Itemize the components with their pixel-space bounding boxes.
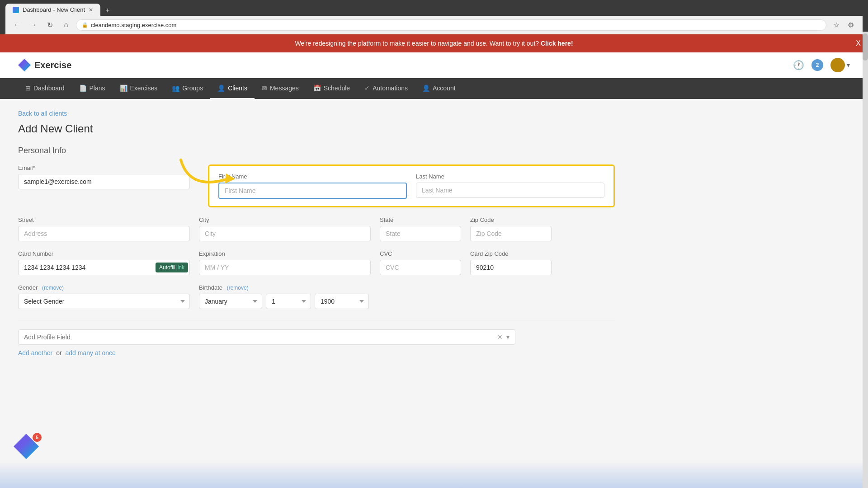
name-fields-highlight-box: First Name Last Name [208, 164, 615, 207]
banner-close-button[interactable]: X [856, 39, 861, 47]
gender-select[interactable]: Select Gender Male Female Other [18, 294, 190, 309]
banner-message: We're redesigning the platform to make i… [295, 40, 539, 47]
svg-point-1 [832, 67, 843, 72]
gender-group: Gender (remove) Select Gender Male Femal… [18, 284, 190, 309]
nav-item-groups[interactable]: 👥 Groups [165, 78, 210, 99]
birthdate-day-select[interactable]: 1 [266, 294, 311, 309]
add-another-link[interactable]: Add another [18, 349, 52, 357]
nav-label-dashboard: Dashboard [33, 84, 65, 92]
first-name-label: First Name [218, 173, 407, 180]
state-input[interactable] [380, 226, 461, 241]
state-group: State [380, 216, 461, 241]
avatar-chevron-icon: ▾ [847, 61, 850, 69]
profile-field-dropdown-icon[interactable]: ▾ [506, 333, 509, 341]
first-name-input[interactable] [218, 183, 407, 199]
street-input[interactable] [18, 226, 190, 241]
nav-label-schedule: Schedule [324, 84, 350, 92]
address-lock-icon: 🔒 [82, 22, 88, 28]
browser-toolbar: ← → ↻ ⌂ 🔒 cleandemo.staging.exercise.com… [5, 16, 863, 34]
autofill-button[interactable]: Autofill link [156, 263, 188, 272]
browser-tab-active[interactable]: Dashboard - New Client ✕ [5, 4, 100, 16]
back-to-clients-link[interactable]: Back to all clients [18, 110, 615, 117]
email-input[interactable] [18, 174, 190, 189]
account-icon: 👤 [422, 84, 430, 92]
add-many-link[interactable]: add many at once [66, 349, 116, 357]
schedule-icon: 📅 [313, 84, 321, 92]
profile-field-clear-icon[interactable]: ✕ [497, 333, 503, 341]
birthdate-remove-link[interactable]: (remove) [227, 285, 249, 291]
forward-button[interactable]: → [27, 19, 40, 31]
banner-link[interactable]: Click here! [541, 40, 573, 47]
nav-item-clients[interactable]: 👤 Clients [210, 78, 255, 99]
scrollbar-thumb[interactable] [863, 33, 868, 61]
nav-item-schedule[interactable]: 📅 Schedule [306, 78, 357, 99]
clock-icon[interactable]: 🕐 [793, 60, 804, 70]
user-avatar-container[interactable]: ▾ [830, 58, 850, 72]
address-row: Street City State Zip Code [18, 216, 615, 241]
nav-item-plans[interactable]: 📄 Plans [72, 78, 113, 99]
nav-label-messages: Messages [270, 84, 299, 92]
nav-label-automations: Automations [373, 84, 408, 92]
card-zip-input[interactable] [470, 260, 552, 275]
cvc-input[interactable] [380, 260, 461, 275]
first-name-group: First Name [218, 173, 407, 199]
birthdate-year-select[interactable]: 1900 [315, 294, 369, 309]
nav-label-exercises: Exercises [130, 84, 158, 92]
street-label: Street [18, 216, 190, 223]
zip-input[interactable] [470, 226, 552, 241]
card-input-wrapper: Autofill link [18, 260, 190, 275]
last-name-input[interactable] [416, 183, 604, 198]
reload-button[interactable]: ↻ [43, 19, 56, 31]
user-avatar [830, 58, 845, 72]
nav-item-automations[interactable]: ✓ Automations [357, 78, 415, 99]
gender-remove-link[interactable]: (remove) [42, 285, 64, 291]
main-navigation: ⊞ Dashboard 📄 Plans 📊 Exercises 👥 Groups… [0, 78, 868, 99]
bookmark-button[interactable]: ☆ [830, 19, 843, 31]
client-form: Email* First Name [18, 164, 615, 357]
last-name-group: Last Name [416, 173, 604, 199]
autofill-link-text: link [176, 264, 184, 271]
address-text: cleandemo.staging.exercise.com [91, 22, 176, 28]
groups-icon: 👥 [172, 84, 179, 92]
scrollbar-track[interactable] [863, 32, 868, 488]
new-tab-button[interactable]: + [102, 5, 113, 16]
birthdate-inputs: January 1 1900 [199, 294, 369, 309]
city-input[interactable] [199, 226, 371, 241]
or-text: or [56, 349, 61, 357]
back-button[interactable]: ← [11, 19, 24, 31]
city-label: City [199, 216, 371, 223]
extensions-button[interactable]: ⚙ [844, 19, 857, 31]
dashboard-icon: ⊞ [25, 84, 31, 92]
notification-badge[interactable]: 2 [811, 59, 823, 71]
state-label: State [380, 216, 461, 223]
toolbar-actions: ☆ ⚙ [830, 19, 857, 31]
card-zip-label: Card Zip Code [470, 250, 552, 257]
payment-row: Card Number Autofill link Expiration CVC [18, 250, 615, 275]
profile-field-actions: ✕ ▾ [497, 333, 509, 341]
name-fields-row: First Name Last Name [218, 173, 604, 199]
birthdate-month-select[interactable]: January [199, 294, 262, 309]
floating-action-button[interactable]: 5 [14, 434, 41, 461]
nav-item-exercises[interactable]: 📊 Exercises [113, 78, 165, 99]
personal-info-title: Personal Info [18, 146, 615, 155]
zip-group: Zip Code [470, 216, 552, 241]
last-name-label: Last Name [416, 173, 604, 180]
nav-label-account: Account [433, 84, 456, 92]
nav-item-account[interactable]: 👤 Account [415, 78, 463, 99]
tab-close-button[interactable]: ✕ [89, 7, 93, 13]
address-bar[interactable]: 🔒 cleandemo.staging.exercise.com [76, 19, 826, 31]
logo-icon [18, 59, 31, 71]
exercises-icon: 📊 [120, 84, 127, 92]
add-profile-field-row: ✕ ▾ [18, 329, 515, 345]
home-button[interactable]: ⌂ [60, 19, 72, 31]
cvc-label: CVC [380, 250, 461, 257]
profile-field-input[interactable] [24, 333, 497, 341]
nav-item-dashboard[interactable]: ⊞ Dashboard [18, 78, 72, 99]
announcement-banner: We're redesigning the platform to make i… [0, 34, 868, 52]
nav-item-messages[interactable]: ✉ Messages [255, 78, 306, 99]
demographics-row: Gender (remove) Select Gender Male Femal… [18, 284, 615, 309]
zip-label: Zip Code [470, 216, 552, 223]
expiration-input[interactable] [199, 260, 371, 275]
app-logo: Exercise [18, 59, 71, 71]
birthdate-group: Birthdate (remove) January 1 1900 [199, 284, 369, 309]
